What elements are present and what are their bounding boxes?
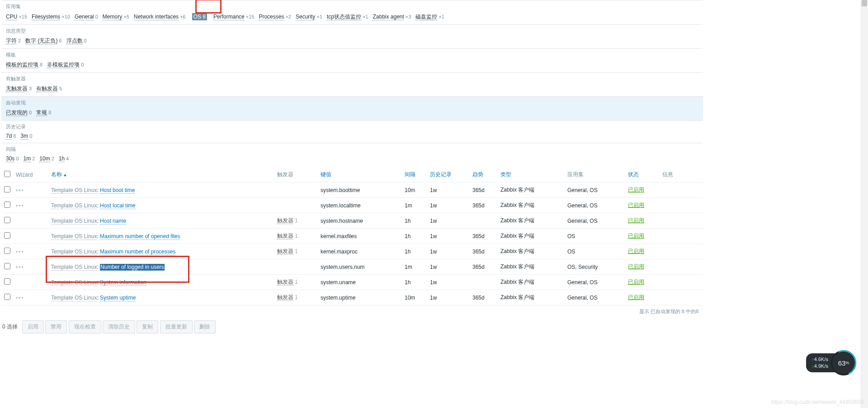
col-name-sort[interactable]: 名称: [51, 171, 67, 178]
item-link[interactable]: System uptime: [100, 295, 136, 301]
filter-link[interactable]: Network interfaces: [134, 14, 179, 20]
filter-item[interactable]: General0: [75, 14, 98, 20]
template-link[interactable]: Template OS Linux: [51, 202, 97, 209]
filter-item[interactable]: 非模板监控项0: [47, 61, 84, 69]
filter-item[interactable]: Filesystems+10: [32, 14, 70, 20]
col-status[interactable]: 状态: [628, 171, 639, 178]
row-checkbox[interactable]: [4, 248, 10, 254]
filter-link[interactable]: Zabbix agent: [373, 14, 404, 20]
filter-link[interactable]: 字符: [6, 38, 17, 44]
filter-item[interactable]: 已发现的0: [6, 109, 32, 117]
filter-link[interactable]: 1h: [59, 155, 65, 162]
filter-link[interactable]: Processes: [259, 14, 284, 20]
filter-item[interactable]: 常规8: [36, 109, 51, 117]
wizard-menu-icon[interactable]: •••: [16, 202, 24, 209]
trigger-link[interactable]: 触发器: [277, 217, 293, 224]
filter-link[interactable]: 10m: [39, 155, 50, 162]
filter-item[interactable]: 有触发器5: [36, 85, 62, 93]
col-trends[interactable]: 趋势: [472, 171, 483, 178]
item-link[interactable]: Maximum number of processes: [100, 249, 175, 255]
filter-link[interactable]: 有触发器: [36, 85, 58, 92]
wizard-menu-icon[interactable]: •••: [16, 295, 24, 301]
filter-item[interactable]: 数字 (无正负)6: [25, 37, 61, 45]
filter-item[interactable]: 7d8: [6, 133, 16, 139]
filter-link[interactable]: 3m: [20, 133, 28, 140]
status-link[interactable]: 已启用: [628, 202, 644, 208]
filter-item[interactable]: Network interfaces+6: [134, 14, 186, 20]
trigger-link[interactable]: 触发器: [277, 294, 293, 301]
item-link[interactable]: System information: [100, 279, 146, 286]
bulk-action-button[interactable]: 复制: [137, 320, 158, 333]
status-link[interactable]: 已启用: [628, 217, 644, 224]
item-link[interactable]: Host boot time: [100, 187, 135, 194]
filter-link[interactable]: 模板的监控项: [6, 61, 38, 68]
filter-item[interactable]: 磁盘监控+1: [415, 13, 444, 21]
bulk-action-button[interactable]: 清除历史: [103, 320, 135, 333]
status-link[interactable]: 已启用: [628, 279, 644, 285]
filter-item[interactable]: 3m0: [20, 133, 32, 139]
filter-item[interactable]: Processes+2: [259, 14, 291, 20]
scrollbar-thumb[interactable]: [862, 0, 867, 6]
wizard-menu-icon[interactable]: •••: [16, 249, 24, 255]
filter-item[interactable]: 1h4: [59, 155, 69, 162]
bulk-action-button[interactable]: 删除: [194, 320, 216, 333]
filter-link[interactable]: Filesystems: [32, 14, 60, 20]
filter-item[interactable]: Security+1: [296, 14, 322, 20]
filter-item[interactable]: 字符2: [6, 37, 21, 45]
filter-link[interactable]: 浮点数: [66, 38, 83, 44]
filter-link[interactable]: 非模板监控项: [47, 61, 80, 68]
filter-item[interactable]: Memory+5: [103, 14, 129, 20]
status-link[interactable]: 已启用: [628, 248, 644, 254]
filter-item[interactable]: Zabbix agent+3: [373, 14, 411, 20]
filter-item[interactable]: 1m2: [23, 155, 35, 162]
filter-link[interactable]: General: [75, 14, 94, 20]
filter-link[interactable]: 无触发器: [6, 85, 28, 92]
bulk-action-button[interactable]: 禁用: [45, 320, 67, 333]
filter-link[interactable]: Performance: [213, 14, 245, 20]
filter-link[interactable]: 常规: [36, 109, 47, 116]
filter-item[interactable]: 10m2: [39, 155, 54, 162]
row-checkbox[interactable]: [4, 202, 10, 208]
status-link[interactable]: 已启用: [628, 187, 644, 193]
filter-link[interactable]: 磁盘监控: [415, 14, 437, 20]
filter-item[interactable]: 30s0: [6, 155, 19, 162]
trigger-link[interactable]: 触发器: [277, 233, 293, 239]
filter-item[interactable]: 模板的监控项8: [6, 61, 42, 69]
status-link[interactable]: 已启用: [628, 233, 644, 239]
filter-link[interactable]: CPU: [6, 14, 17, 20]
row-checkbox[interactable]: [4, 232, 10, 239]
select-all-checkbox[interactable]: [4, 171, 10, 177]
template-link[interactable]: Template OS Linux: [51, 264, 97, 271]
filter-link[interactable]: 数字 (无正负): [25, 38, 57, 44]
filter-link[interactable]: 7d: [6, 133, 12, 140]
col-type[interactable]: 类型: [500, 171, 511, 178]
item-link[interactable]: Maximum number of opened files: [100, 233, 180, 240]
status-link[interactable]: 已启用: [628, 263, 644, 270]
col-history[interactable]: 历史记录: [430, 171, 452, 178]
filter-link[interactable]: tcp状态值监控: [327, 14, 361, 20]
template-link[interactable]: Template OS Linux: [51, 279, 97, 286]
bulk-action-button[interactable]: 现在检查: [69, 320, 101, 333]
filter-link[interactable]: 1m: [23, 155, 31, 162]
bulk-action-button[interactable]: 启用: [22, 320, 44, 333]
filter-item[interactable]: CPU+15: [6, 14, 27, 20]
filter-link[interactable]: 已发现的: [6, 109, 28, 116]
filter-item[interactable]: 无触发器3: [6, 85, 32, 93]
status-link[interactable]: 已启用: [628, 294, 644, 300]
template-link[interactable]: Template OS Linux: [51, 218, 97, 225]
bulk-action-button[interactable]: 批量更新: [160, 320, 193, 333]
row-checkbox[interactable]: [4, 217, 10, 223]
filter-item[interactable]: OS 8: [190, 13, 209, 21]
row-checkbox[interactable]: [4, 278, 10, 285]
row-checkbox[interactable]: [4, 294, 10, 300]
filter-item[interactable]: Performance+15: [213, 14, 254, 20]
row-checkbox[interactable]: [4, 186, 10, 192]
filter-link[interactable]: Security: [296, 14, 315, 20]
filter-item[interactable]: 浮点数0: [66, 37, 87, 45]
template-link[interactable]: Template OS Linux: [51, 295, 97, 301]
item-link[interactable]: Number of logged in users: [100, 264, 165, 271]
wizard-menu-icon[interactable]: •••: [16, 187, 24, 193]
trigger-link[interactable]: 触发器: [277, 279, 293, 286]
wizard-menu-icon[interactable]: •••: [16, 264, 24, 270]
filter-link[interactable]: Memory: [103, 14, 122, 20]
